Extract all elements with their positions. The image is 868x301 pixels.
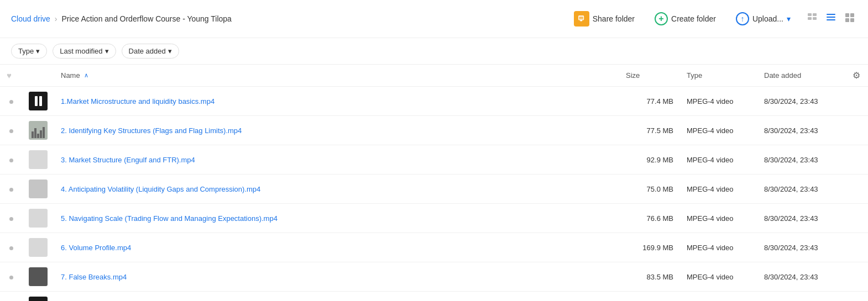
size-cell-5: 169.9 MB <box>619 233 680 262</box>
type-cell-5: MPEG-4 video <box>680 233 757 262</box>
svg-rect-1 <box>580 19 582 22</box>
thumb-cell-6 <box>22 262 54 292</box>
upload-icon: ↑ <box>736 12 749 25</box>
grid-view-button[interactable] <box>843 10 857 28</box>
fav-cell-6[interactable] <box>0 262 22 292</box>
size-cell-2: 92.9 MB <box>619 145 680 175</box>
fav-dot-2 <box>9 159 13 162</box>
type-filter-label: Type <box>18 47 34 55</box>
fav-dot-1 <box>9 129 13 133</box>
type-cell-2: MPEG-4 video <box>680 145 757 175</box>
svg-rect-3 <box>813 13 817 16</box>
row-settings-cell-1 <box>846 116 868 145</box>
create-folder-label: Create folder <box>671 14 716 23</box>
table-row: 4. Anticipating Volatility (Liquidity Ga… <box>0 175 868 204</box>
name-cell-6: 7. False Breaks.mp4 <box>54 262 619 292</box>
view-icons <box>805 10 857 28</box>
fav-cell-4[interactable] <box>0 204 22 233</box>
svg-rect-2 <box>808 13 812 16</box>
size-cell-7: 226.9 MB <box>619 292 680 302</box>
col-header-settings[interactable]: ⚙ <box>846 65 868 87</box>
file-name-link-0[interactable]: 1.Market Microstructure and liquidity ba… <box>61 97 215 105</box>
col-size-label: Size <box>626 71 640 80</box>
file-name-link-5[interactable]: 6. Volume Profile.mp4 <box>61 244 131 252</box>
col-header-thumb <box>22 65 54 87</box>
svg-rect-10 <box>850 13 854 17</box>
file-name-link-3[interactable]: 4. Anticipating Volatility (Liquidity Ga… <box>61 185 260 193</box>
row-settings-cell-7 <box>846 292 868 302</box>
col-date-label: Date added <box>764 71 801 80</box>
thumb-cell-3 <box>22 175 54 204</box>
fav-cell-2[interactable] <box>0 145 22 175</box>
svg-rect-8 <box>827 19 835 20</box>
table-row: 3. Market Structure (Engulf and FTR).mp4… <box>0 145 868 175</box>
fav-dot-4 <box>9 217 13 221</box>
create-folder-button[interactable]: + Create folder <box>649 9 721 29</box>
type-cell-1: MPEG-4 video <box>680 116 757 145</box>
date-cell-1: 8/30/2024, 23:43 <box>757 116 846 145</box>
fav-dot-0 <box>9 100 13 104</box>
type-filter-button[interactable]: Type ▾ <box>11 44 47 59</box>
col-header-name[interactable]: Name ∧ <box>54 65 619 87</box>
date-cell-5: 8/30/2024, 23:43 <box>757 233 846 262</box>
col-header-size[interactable]: Size <box>619 65 680 87</box>
last-modified-filter-button[interactable]: Last modified ▾ <box>53 44 116 59</box>
type-cell-7: MPEG-4 video <box>680 292 757 302</box>
name-cell-1: 2. Identifying Key Structures (Flags and… <box>54 116 619 145</box>
photo-view-button[interactable] <box>805 10 819 28</box>
share-folder-label: Share folder <box>593 14 635 23</box>
share-folder-button[interactable]: Share folder <box>568 8 640 30</box>
fav-cell-3[interactable] <box>0 175 22 204</box>
date-cell-2: 8/30/2024, 23:43 <box>757 145 846 175</box>
type-cell-4: MPEG-4 video <box>680 204 757 233</box>
type-cell-6: MPEG-4 video <box>680 262 757 292</box>
row-settings-cell-0 <box>846 87 868 116</box>
thumb-cell-5 <box>22 233 54 262</box>
file-name-link-1[interactable]: 2. Identifying Key Structures (Flags and… <box>61 126 242 135</box>
col-header-type[interactable]: Type <box>680 65 757 87</box>
file-name-link-6[interactable]: 7. False Breaks.mp4 <box>61 273 127 281</box>
upload-label: Upload... <box>752 14 783 23</box>
col-type-label: Type <box>687 71 702 80</box>
create-folder-icon: + <box>655 12 668 25</box>
size-cell-3: 75.0 MB <box>619 175 680 204</box>
svg-rect-12 <box>850 18 854 22</box>
size-cell-6: 83.5 MB <box>619 262 680 292</box>
fav-cell-1[interactable] <box>0 116 22 145</box>
col-header-date[interactable]: Date added <box>757 65 846 87</box>
fav-dot-3 <box>9 188 13 192</box>
svg-rect-6 <box>827 14 835 15</box>
name-cell-3: 4. Anticipating Volatility (Liquidity Ga… <box>54 175 619 204</box>
last-modified-filter-label: Last modified <box>60 47 102 55</box>
name-cell-4: 5. Navigating Scale (Trading Flow and Ma… <box>54 204 619 233</box>
row-settings-cell-6 <box>846 262 868 292</box>
date-cell-6: 8/30/2024, 23:43 <box>757 262 846 292</box>
fav-cell-5[interactable] <box>0 233 22 262</box>
header-actions: Share folder + Create folder ↑ Upload...… <box>568 8 857 30</box>
date-added-filter-label: Date added <box>129 47 166 55</box>
date-cell-0: 8/30/2024, 23:43 <box>757 87 846 116</box>
file-name-link-4[interactable]: 5. Navigating Scale (Trading Flow and Ma… <box>61 214 278 223</box>
file-name-link-2[interactable]: 3. Market Structure (Engulf and FTR).mp4 <box>61 156 195 164</box>
list-view-button[interactable] <box>824 10 838 28</box>
upload-button[interactable]: ↑ Upload... ▾ <box>730 9 796 29</box>
table-row: 2. Identifying Key Structures (Flags and… <box>0 116 868 145</box>
svg-rect-11 <box>845 18 849 22</box>
col-header-fav[interactable]: ♥ <box>0 65 22 87</box>
size-cell-0: 77.4 MB <box>619 87 680 116</box>
fav-cell-0[interactable] <box>0 87 22 116</box>
last-modified-filter-chevron: ▾ <box>105 47 109 55</box>
name-cell-2: 3. Market Structure (Engulf and FTR).mp4 <box>54 145 619 175</box>
name-cell-5: 6. Volume Profile.mp4 <box>54 233 619 262</box>
filters-bar: Type ▾ Last modified ▾ Date added ▾ <box>0 38 868 65</box>
breadcrumb-root[interactable]: Cloud drive <box>11 14 50 23</box>
table-row: 5. Navigating Scale (Trading Flow and Ma… <box>0 204 868 233</box>
breadcrumb: Cloud drive › Price Action and Orderflow… <box>11 14 232 23</box>
fav-cell-7[interactable] <box>0 292 22 302</box>
svg-rect-9 <box>845 13 849 17</box>
date-added-filter-chevron: ▾ <box>168 47 172 55</box>
thumb-cell-4 <box>22 204 54 233</box>
date-added-filter-button[interactable]: Date added ▾ <box>122 44 179 59</box>
settings-icon[interactable]: ⚙ <box>853 71 860 80</box>
table-row: 8. Orderflow Dynamics and the Footprint.… <box>0 292 868 302</box>
